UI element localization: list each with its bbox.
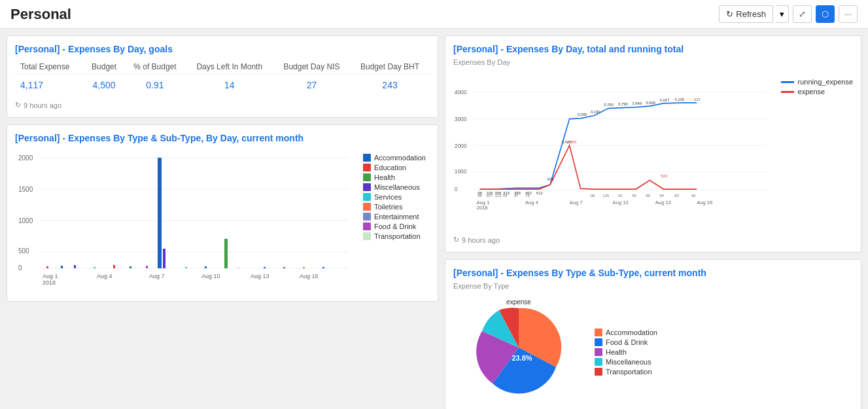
svg-text:4,027: 4,027 xyxy=(660,98,670,102)
expense-label: expense xyxy=(798,88,825,96)
svg-text:2000: 2000 xyxy=(455,143,467,149)
svg-text:94: 94 xyxy=(660,194,665,198)
share-button[interactable]: ⬡ xyxy=(816,5,835,23)
legend-expense: expense xyxy=(781,88,853,96)
svg-text:80: 80 xyxy=(646,194,650,198)
running-expense-line-indicator xyxy=(781,81,794,83)
x-aug10: Aug 10 xyxy=(201,273,220,279)
food-drink-label: Food & Drink xyxy=(374,222,416,230)
y-label-1000: 1000 xyxy=(18,217,33,224)
share-icon: ⬡ xyxy=(822,9,829,19)
xline-aug13: Aug 13 xyxy=(655,200,671,205)
svg-text:4,105: 4,105 xyxy=(674,98,684,101)
x-aug7: Aug 7 xyxy=(149,273,165,279)
pie-legend-accommodation: Accommodation xyxy=(595,329,657,336)
expand-icon: ⤢ xyxy=(799,9,806,19)
pie-accommodation-label: Accommodation xyxy=(606,329,657,336)
legend-services: Services xyxy=(363,193,442,201)
main-content: [Personal] - Expenses By Day, goals Tota… xyxy=(0,29,868,409)
svg-text:57: 57 xyxy=(514,194,519,198)
x-aug4: Aug 4 xyxy=(97,273,113,279)
panel-bar-chart: [Personal] - Expenses By Type & Sub-Type… xyxy=(7,124,438,302)
pie-miscellaneous-label: Miscellaneous xyxy=(606,358,651,366)
services-color xyxy=(363,193,371,201)
bar-small-11 xyxy=(264,267,266,268)
header-actions: ↻ Refresh ▾ ⤢ ⬡ ··· xyxy=(719,5,858,23)
panel2-title: [Personal] - Expenses By Type & Sub-Type… xyxy=(15,133,430,143)
x-aug16: Aug 16 xyxy=(300,273,319,279)
pie-legend: Accommodation Food & Drink Health M xyxy=(595,322,657,376)
legend-transportation: Transportation xyxy=(363,232,442,240)
panel3-timestamp: ↻ 9 hours ago xyxy=(453,236,853,244)
legend-food-drink: Food & Drink xyxy=(363,222,442,230)
bar-small-6 xyxy=(130,266,131,268)
x-2018: 2018 xyxy=(43,279,56,286)
panel3-title: [Personal] - Expenses By Day, total and … xyxy=(453,44,853,54)
svg-text:520: 520 xyxy=(661,174,668,178)
left-column: [Personal] - Expenses By Day, goals Tota… xyxy=(7,35,438,409)
refresh-button[interactable]: ↻ Refresh xyxy=(719,5,773,23)
legend-running-expense: running_expense xyxy=(781,78,853,86)
svg-text:54: 54 xyxy=(503,194,508,198)
svg-text:40: 40 xyxy=(691,194,696,198)
pie-transportation-label: Transportation xyxy=(606,368,652,376)
pie-health-label: Health xyxy=(606,348,627,356)
transportation-label: Transportation xyxy=(374,232,421,240)
expense-line xyxy=(480,145,697,189)
y-label-500: 500 xyxy=(18,247,29,255)
panel3-time: 9 hours ago xyxy=(462,236,500,244)
line-chart-area: 4000 3000 2000 1000 0 xyxy=(453,71,853,230)
transportation-color xyxy=(363,232,371,240)
svg-text:0: 0 xyxy=(455,186,458,192)
panel4-subtitle: Expense By Type xyxy=(453,282,853,290)
expand-button[interactable]: ⤢ xyxy=(793,5,812,23)
pie-food-drink-label: Food & Drink xyxy=(606,338,648,346)
legend-miscellaneous: Miscellaneous xyxy=(363,183,442,191)
bar-small-10 xyxy=(237,267,239,268)
panel3-subtitle: Expenses By Day xyxy=(453,58,853,66)
pie-transportation-color xyxy=(595,368,602,376)
xline-aug4: Aug 4 xyxy=(525,200,539,205)
svg-text:974: 974 xyxy=(547,177,555,181)
svg-text:3000: 3000 xyxy=(455,116,467,122)
more-button[interactable]: ··· xyxy=(839,5,858,23)
pie-legend-food-drink: Food & Drink xyxy=(595,338,657,346)
xline-aug10: Aug 10 xyxy=(613,200,629,205)
refresh-dropdown-button[interactable]: ▾ xyxy=(776,5,789,23)
stats-table: Total Expense Budget % of Budget Days Le… xyxy=(15,60,430,96)
bar-chart-area: 2000 1500 1000 500 0 xyxy=(15,147,430,293)
health-color xyxy=(363,173,371,181)
svg-text:73: 73 xyxy=(525,194,530,198)
bar-aug10-health xyxy=(224,239,228,268)
svg-text:3,926: 3,926 xyxy=(646,101,655,105)
expense-line-indicator xyxy=(781,91,794,93)
bar-small-5 xyxy=(113,265,115,268)
pie-accommodation-color xyxy=(595,329,602,336)
col-budget-day-bht: Budget Day BHT xyxy=(350,60,430,75)
toiletries-label: Toiletries xyxy=(374,203,402,211)
bar-small-2 xyxy=(61,266,63,268)
education-label: Education xyxy=(374,164,406,171)
bar-aug7-misc xyxy=(163,249,165,268)
col-days-left: Days Left In Month xyxy=(186,60,273,75)
val-budget: 4,500 xyxy=(84,75,124,96)
right-column: [Personal] - Expenses By Day, total and … xyxy=(445,35,861,409)
refresh-label: Refresh xyxy=(736,9,766,19)
bar-small-3 xyxy=(74,265,76,268)
pie-food-drink-color xyxy=(595,338,602,346)
svg-text:3,095: 3,095 xyxy=(577,113,587,116)
pie-wrapper: expense 23.8% xyxy=(453,295,584,402)
pie-label-expense: expense xyxy=(506,298,531,306)
bar-chart-svg: 2000 1500 1000 500 0 xyxy=(15,147,355,291)
col-budget-day-nis: Budget Day NIS xyxy=(273,60,350,75)
legend-entertainment: Entertainment xyxy=(363,213,442,221)
pie-health-color xyxy=(595,348,602,356)
pie-svg: expense 23.8% xyxy=(453,295,584,400)
val-pct-budget: 0.91 xyxy=(124,75,186,96)
bar-chart-wrapper: 2000 1500 1000 500 0 xyxy=(15,147,355,293)
val-days-left: 14 xyxy=(186,75,273,96)
header: Personal ↻ Refresh ▾ ⤢ ⬡ ··· xyxy=(0,0,868,29)
panel1-time: 9 hours ago xyxy=(24,101,61,109)
page-container: Personal ↻ Refresh ▾ ⤢ ⬡ ··· [ xyxy=(0,0,868,409)
legend-health: Health xyxy=(363,173,442,181)
